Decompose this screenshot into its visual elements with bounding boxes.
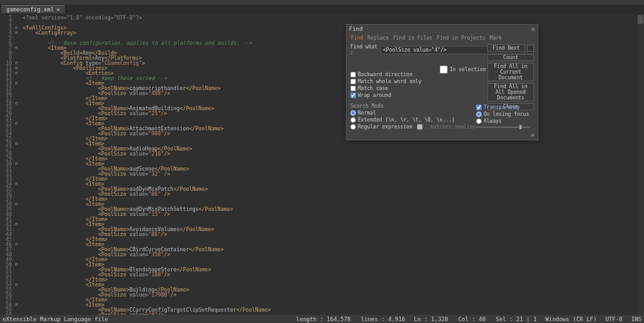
- find-what-label: Find what :: [350, 44, 378, 55]
- status-eol: Windows (CR LF): [545, 316, 596, 322]
- line-number-gutter: 1234567891011121314151617181920212223242…: [0, 14, 14, 315]
- find-titlebar[interactable]: Find ×: [347, 25, 538, 33]
- status-ins: INS: [631, 316, 641, 322]
- regex-radio[interactable]: [350, 124, 356, 130]
- extended-radio[interactable]: [350, 117, 356, 123]
- find-next-checkbox[interactable]: [527, 45, 534, 52]
- find-dialog[interactable]: Find × FindReplaceFind in FilesFind in P…: [346, 24, 538, 140]
- resize-grip-icon[interactable]: ◢: [530, 132, 536, 138]
- slider-thumb[interactable]: [519, 125, 522, 130]
- in-selection-option[interactable]: In selection: [440, 65, 486, 74]
- close-icon[interactable]: ×: [57, 6, 60, 13]
- find-all-current-button[interactable]: Find All in Current Document: [487, 63, 534, 81]
- in-selection-checkbox[interactable]: [440, 65, 448, 74]
- matches-newline-checkbox: [417, 124, 423, 130]
- find-buttons: Find Next Count Find All in Current Docu…: [487, 44, 534, 110]
- backward-checkbox[interactable]: [350, 72, 356, 77]
- backward-option[interactable]: Backward direction: [350, 72, 421, 77]
- vertical-scrollbar[interactable]: [637, 14, 644, 315]
- wrap-checkbox[interactable]: [350, 93, 356, 98]
- status-position: Ln : 1,328 Col : 40 Sel : 21 | 1: [414, 316, 536, 322]
- normal-radio[interactable]: [350, 110, 356, 116]
- whole-word-checkbox[interactable]: [350, 79, 356, 84]
- find-tab-replace[interactable]: Replace: [365, 35, 391, 42]
- always-radio[interactable]: [476, 118, 482, 124]
- find-tab-mark[interactable]: Mark: [488, 35, 504, 42]
- close-icon[interactable]: ×: [531, 25, 535, 33]
- match-case-option[interactable]: Match case: [350, 86, 421, 91]
- tab-gameconfig[interactable]: gameconfig.xml ×: [1, 5, 65, 13]
- wrap-option[interactable]: Wrap around: [350, 93, 421, 98]
- menubar-placeholder: [0, 0, 644, 4]
- find-tab-find[interactable]: Find: [349, 35, 365, 42]
- on-losing-focus-option[interactable]: On losing focus: [476, 111, 534, 117]
- scrollbar-thumb[interactable]: [638, 15, 643, 24]
- transparency-slider[interactable]: [476, 127, 530, 128]
- find-tab-find-in-files[interactable]: Find in Files: [391, 35, 435, 42]
- search-mode-group: Search Mode Normal Extended (\n, \r, \t,…: [350, 103, 476, 131]
- normal-mode-option[interactable]: Normal: [350, 110, 476, 116]
- transparency-group: Transparency On losing focus Always: [476, 105, 534, 128]
- find-next-button[interactable]: Find Next: [487, 44, 525, 52]
- always-option[interactable]: Always: [476, 118, 534, 124]
- status-bar: eXtensible Markup Language file length :…: [0, 315, 644, 323]
- find-all-opened-button[interactable]: Find All in All Opened Documents: [487, 83, 534, 101]
- code-area[interactable]: <?xml version="1.0" encoding="UTF-8"?> <…: [19, 14, 644, 315]
- find-tab-find-in-projects[interactable]: Find in Projects: [435, 35, 487, 42]
- extended-mode-option[interactable]: Extended (\n, \r, \t, \0, \x...): [350, 117, 476, 123]
- find-options: Backward direction Match whole word only…: [350, 72, 421, 98]
- in-selection-label: In selection: [450, 67, 486, 72]
- on-losing-focus-radio[interactable]: [476, 111, 482, 117]
- transparency-header[interactable]: Transparency: [476, 105, 534, 110]
- editor-area[interactable]: 1234567891011121314151617181920212223242…: [0, 14, 644, 315]
- find-title: Find: [349, 26, 363, 32]
- transparency-checkbox[interactable]: [476, 105, 482, 110]
- status-length: length : 164,578 lines : 4,916: [296, 316, 405, 322]
- regex-mode-option[interactable]: Regular expression . matches newline: [350, 124, 476, 130]
- match-case-checkbox[interactable]: [350, 86, 356, 91]
- find-tabbar: FindReplaceFind in FilesFind in Projects…: [347, 33, 538, 42]
- search-mode-header: Search Mode: [350, 103, 476, 109]
- fold-gutter[interactable]: ⊟⊟⊟⊟⊟⊟⊟⊟⊟⊟⊟⊟⊟⊟⊟⊟⊟⊟: [14, 14, 19, 315]
- status-filetype: eXtensible Markup Language file: [3, 316, 108, 322]
- matches-newline-option: . matches newline: [417, 124, 476, 130]
- tab-bar: gameconfig.xml ×: [0, 4, 644, 14]
- count-button[interactable]: Count: [487, 54, 534, 61]
- status-encoding: UTF-8: [606, 316, 623, 322]
- whole-word-option[interactable]: Match whole word only: [350, 79, 421, 84]
- tab-label: gameconfig.xml: [6, 6, 54, 13]
